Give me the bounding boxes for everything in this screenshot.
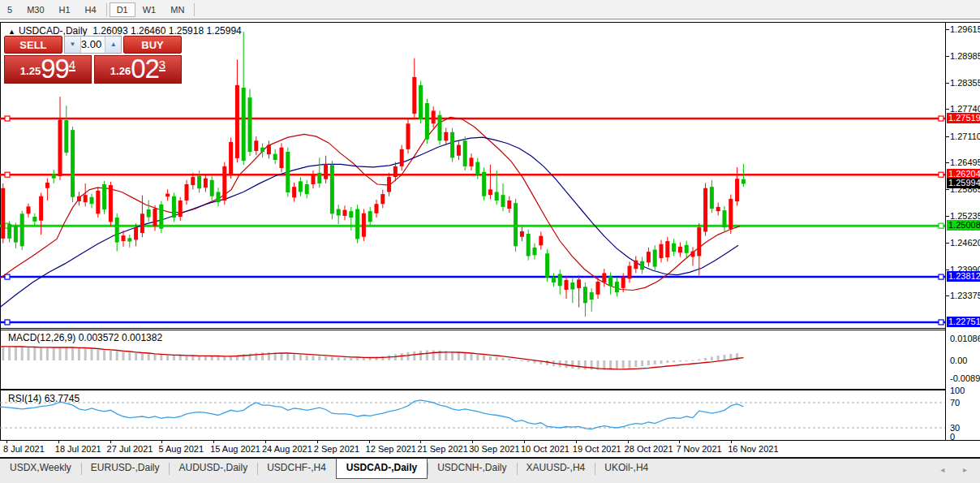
scale-tick-label: 1.29615: [950, 24, 980, 34]
trading-platform-window: 5M30H1H4D1W1MN ▲USDCAD-,Daily 1.26093 1.…: [0, 0, 980, 483]
indicator-scale-label: 100: [950, 386, 965, 395]
price-tag-1.22751: 1.22751: [947, 317, 980, 327]
tab-xauusd-h4[interactable]: XAUUSD-,H4: [517, 459, 595, 479]
date-tick: [576, 440, 577, 443]
date-tick: [524, 440, 525, 443]
indicator-scale-label: 70: [950, 398, 960, 408]
volume-increase-button[interactable]: ▲: [105, 37, 121, 53]
timeframe-button-5[interactable]: 5: [0, 2, 19, 17]
scale-tick-label: 1.26495: [950, 157, 980, 167]
date-tick: [679, 440, 680, 443]
date-tick: [6, 440, 7, 443]
date-axis: 8 Jul 202118 Jul 202127 Jul 20215 Aug 20…: [0, 443, 980, 456]
price-tag-1.23812: 1.23812: [947, 271, 980, 282]
date-tick: [110, 440, 111, 443]
scale-tick: [946, 189, 949, 190]
date-label: 16 Nov 2021: [728, 444, 778, 454]
toolbar-separator: [194, 3, 195, 16]
timeframe-button-d1[interactable]: D1: [110, 2, 135, 17]
date-label: 24 Aug 2021: [262, 444, 312, 454]
tab-usdcad-daily[interactable]: USDCAD-,Daily: [336, 459, 428, 479]
tab-usdx-weekly[interactable]: USDX,Weekly: [0, 459, 81, 479]
scale-tick-label: 1.28355: [950, 78, 980, 88]
date-tick: [317, 440, 318, 443]
tab-scroll-arrows[interactable]: ◂ ▸: [940, 465, 975, 474]
one-click-trading-widget: SELL ▼ 3.00 ▲ BUY 1.25994 1.26023: [4, 36, 182, 84]
scale-tick: [946, 162, 949, 163]
date-label: 21 Sep 2021: [417, 444, 467, 454]
date-tick: [213, 440, 214, 443]
macd-label: MACD(12,26,9) 0.003572 0.001382: [8, 332, 162, 343]
date-tick: [369, 440, 370, 443]
timeframe-button-h4[interactable]: H4: [78, 2, 104, 17]
indicator-scale-label: 0: [950, 432, 955, 442]
date-label: 27 Jul 2021: [107, 444, 153, 454]
date-label: 28 Oct 2021: [625, 444, 673, 454]
scale-tick-label: 1.27110: [950, 132, 980, 141]
scale-tick-label: 1.24620: [950, 238, 980, 248]
date-label: 5 Aug 2021: [158, 444, 204, 454]
tab-audusd-daily[interactable]: AUDUSD-,Daily: [169, 459, 257, 479]
ask-price-panel[interactable]: 1.26023: [94, 55, 182, 84]
date-label: 15 Aug 2021: [210, 444, 260, 454]
volume-value[interactable]: 3.00: [81, 37, 105, 53]
ask-price-big: 02: [131, 57, 159, 81]
toolbar-separator: [106, 3, 107, 16]
indicator-scale-label: 0.00: [950, 356, 967, 365]
timeframe-button-mn[interactable]: MN: [163, 2, 191, 17]
date-label: 30 Sep 2021: [469, 444, 519, 454]
timeframe-toolbar: 5M30H1H4D1W1MN: [0, 0, 980, 19]
indicator-scale-label: -0.008974: [950, 373, 980, 383]
scale-tick-label: 1.28985: [950, 51, 980, 61]
up-triangle-icon: ▲: [8, 28, 15, 36]
date-tick: [161, 440, 162, 443]
ask-price-prefix: 1.26: [110, 62, 131, 81]
sell-button[interactable]: SELL: [4, 36, 62, 54]
bid-price-panel[interactable]: 1.25994: [4, 55, 92, 84]
date-label: 18 Jul 2021: [55, 444, 101, 454]
tab-usdchf-h4[interactable]: USDCHF-,H4: [257, 459, 336, 479]
scale-tick: [946, 29, 949, 30]
date-tick: [628, 440, 629, 443]
price-tag-1.25994: 1.25994: [947, 178, 980, 188]
scale-tick: [946, 56, 949, 57]
tab-eurusd-daily[interactable]: EURUSD-,Daily: [81, 459, 170, 479]
scale-tick: [946, 243, 949, 244]
date-label: 19 Oct 2021: [573, 444, 621, 454]
date-label: 7 Nov 2021: [676, 444, 721, 454]
date-label: 10 Oct 2021: [521, 444, 570, 454]
chart-title-ohlc: ▲USDCAD-,Daily 1.26093 1.26460 1.25918 1…: [8, 25, 242, 37]
scale-tick: [946, 270, 949, 270]
volume-stepper: ▼ 3.00 ▲: [64, 36, 122, 54]
price-tag-1.27519: 1.27519: [947, 113, 980, 123]
candlestick-chart: [0, 23, 945, 445]
date-tick: [731, 440, 732, 443]
date-label: 8 Jul 2021: [3, 444, 45, 454]
bid-price-big: 99: [41, 57, 69, 81]
price-scale: 1.296151.289851.283551.277401.271101.264…: [946, 23, 980, 440]
price-tag-1.25008: 1.25008: [947, 220, 980, 231]
date-label: 12 Sep 2021: [366, 444, 416, 454]
tab-ukoil-h4[interactable]: UKOil-,H4: [595, 459, 658, 479]
date-tick: [472, 440, 473, 443]
date-tick: [58, 440, 59, 443]
bid-price-prefix: 1.25: [20, 62, 41, 81]
volume-decrease-button[interactable]: ▼: [65, 37, 81, 53]
timeframe-button-m30[interactable]: M30: [19, 2, 51, 17]
timeframe-button-w1[interactable]: W1: [135, 2, 164, 17]
ask-price-pipette: 3: [159, 59, 165, 71]
indicator-scale-label: 0.010869: [950, 334, 980, 343]
scale-tick: [946, 136, 949, 137]
bid-price-pipette: 4: [69, 59, 75, 71]
scale-tick: [946, 109, 949, 110]
scale-tick: [946, 216, 949, 217]
date-tick: [420, 440, 421, 443]
buy-button[interactable]: BUY: [123, 36, 182, 54]
scale-tick: [946, 83, 949, 84]
timeframe-button-h1[interactable]: H1: [52, 2, 78, 17]
date-label: 2 Sep 2021: [314, 444, 359, 454]
tab-usdcnh-daily[interactable]: USDCNH-,Daily: [428, 459, 516, 479]
symbol-tab-bar: USDX,WeeklyEURUSD-,DailyAUDUSD-,DailyUSD…: [0, 457, 980, 483]
scale-tick-label: 1.23375: [950, 291, 980, 300]
rsi-label: RSI(14) 63.7745: [8, 393, 80, 404]
